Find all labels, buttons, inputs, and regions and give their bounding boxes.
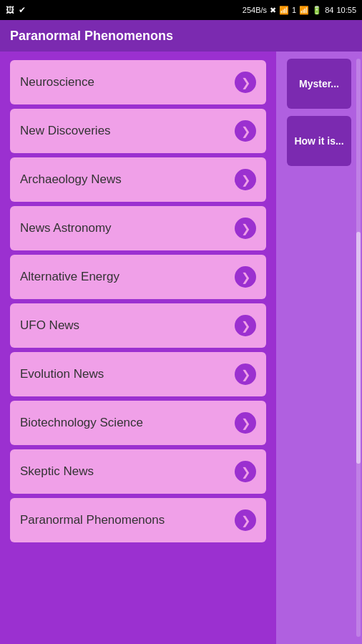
list-item-label-neuroscience: Neuroscience — [20, 75, 94, 89]
right-panel: Myster... How it is... — [276, 52, 362, 644]
list-item-skeptic-news[interactable]: Skeptic News ❯ — [10, 449, 266, 494]
chevron-icon-biotechnology-science: ❯ — [235, 412, 256, 434]
list-item-label-evolution-news: Evolution News — [20, 367, 104, 381]
list-item-label-news-astronomy: News Astronomy — [20, 221, 112, 235]
main-layout: Neuroscience ❯ New Discoveries ❯ Archaeo… — [0, 52, 362, 644]
app-header: Paranormal Phenomenons — [0, 20, 362, 52]
list-item-label-biotechnology-science: Biotechnology Science — [20, 416, 143, 430]
battery-level: 84 — [325, 6, 333, 14]
photo-icon: 🖼 — [6, 5, 14, 15]
list-item-new-discoveries[interactable]: New Discoveries ❯ — [10, 109, 266, 153]
chevron-icon-ufo-news: ❯ — [235, 315, 256, 336]
list-item-label-paranormal-phenomenons: Paranormal Phenomenons — [20, 513, 165, 527]
scrollbar-thumb[interactable] — [356, 232, 361, 463]
list-item-alternative-energy[interactable]: Alternative Energy ❯ — [10, 255, 266, 299]
signal-icon: ✖ — [270, 6, 276, 15]
mystery-card[interactable]: Myster... — [287, 59, 351, 109]
time-display: 10:55 — [336, 6, 356, 14]
list-item-evolution-news[interactable]: Evolution News ❯ — [10, 352, 266, 396]
how-it-is-card[interactable]: How it is... — [287, 116, 351, 166]
app-title: Paranormal Phenomenons — [10, 29, 173, 44]
chevron-icon-alternative-energy: ❯ — [235, 266, 256, 288]
chevron-icon-new-discoveries: ❯ — [235, 120, 256, 142]
list-item-archaeology-news[interactable]: Archaeology News ❯ — [10, 157, 266, 202]
list-item-label-alternative-energy: Alternative Energy — [20, 270, 119, 284]
wifi-icon: 📶 — [279, 6, 289, 15]
chevron-icon-paranormal-phenomenons: ❯ — [235, 509, 256, 531]
list-item-label-new-discoveries: New Discoveries — [20, 124, 111, 138]
chevron-icon-evolution-news: ❯ — [235, 364, 256, 385]
list-item-label-ufo-news: UFO News — [20, 318, 79, 333]
list-item-label-archaeology-news: Archaeology News — [20, 172, 122, 187]
speed-indicator: 254B/s — [243, 6, 267, 14]
list-item-label-skeptic-news: Skeptic News — [20, 464, 94, 479]
list-item-news-astronomy[interactable]: News Astronomy ❯ — [10, 206, 266, 250]
chevron-icon-skeptic-news: ❯ — [235, 461, 256, 482]
check-icon: ✔ — [19, 5, 26, 15]
scrollbar-track — [356, 59, 361, 637]
battery-icon: 🔋 — [312, 6, 322, 15]
sim-icon: 1 — [292, 6, 296, 14]
list-item-paranormal-phenomenons[interactable]: Paranormal Phenomenons ❯ — [10, 498, 266, 542]
list-panel: Neuroscience ❯ New Discoveries ❯ Archaeo… — [0, 52, 276, 644]
network-icon: 📶 — [299, 6, 309, 15]
chevron-icon-neuroscience: ❯ — [235, 72, 256, 93]
list-item-neuroscience[interactable]: Neuroscience ❯ — [10, 60, 266, 104]
chevron-icon-news-astronomy: ❯ — [235, 218, 256, 239]
list-item-biotechnology-science[interactable]: Biotechnology Science ❯ — [10, 401, 266, 445]
list-item-ufo-news[interactable]: UFO News ❯ — [10, 303, 266, 348]
status-bar: 🖼 ✔ 254B/s ✖ 📶 1 📶 🔋 84 10:55 — [0, 0, 362, 20]
chevron-icon-archaeology-news: ❯ — [235, 169, 256, 190]
